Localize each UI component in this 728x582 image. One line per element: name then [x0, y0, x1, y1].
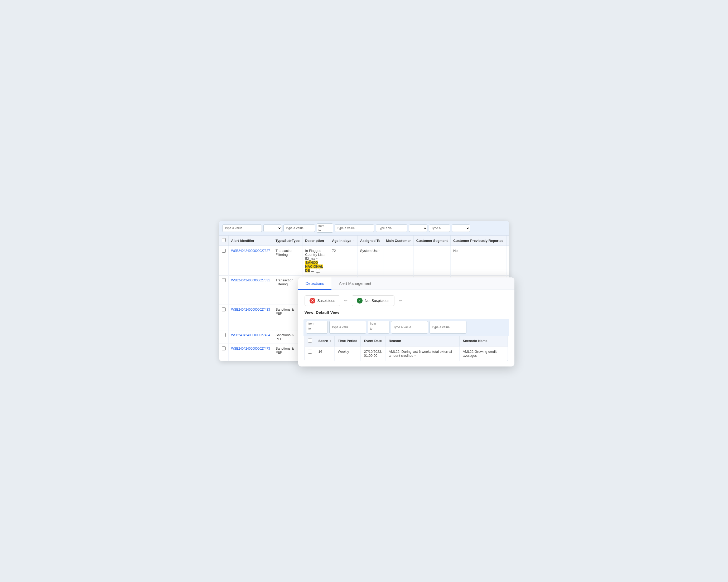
filter-select-2[interactable]	[409, 224, 427, 232]
view-label: View: Default View	[305, 310, 508, 314]
col-reported-header: Customer Previously Reported	[450, 235, 506, 246]
main-filter-row	[219, 221, 509, 235]
row-2-checkbox[interactable]	[222, 278, 226, 282]
det-filter-input-3[interactable]	[430, 321, 466, 334]
suspicious-x-icon: ✕	[310, 298, 315, 304]
det-row-1-reason: AML22: During last 6 weeks total externa…	[386, 346, 460, 361]
alert-id-link[interactable]: WSB240424000000027434	[231, 333, 270, 337]
row-1-assigned: System User	[357, 246, 383, 275]
page-wrapper: Alert Identifier Type/Sub-Type Descripti…	[219, 221, 509, 361]
alert-id-link[interactable]: WSB240424000000027433	[231, 308, 270, 311]
det-header-row: Score ↑ Time Period Event Date Reason Sc…	[305, 336, 508, 346]
det-row-1-time-period: Weekly	[335, 346, 361, 361]
row-5-checkbox[interactable]	[222, 347, 226, 351]
detections-table-wrapper: Score ↑ Time Period Event Date Reason Sc…	[305, 336, 508, 361]
row-checkbox-cell	[219, 343, 229, 361]
col-checkbox-header	[219, 235, 229, 246]
det-filter-input-1[interactable]	[329, 321, 366, 334]
suspicious-button[interactable]: ✕ Suspicious	[305, 295, 340, 306]
edit-suspicious-icon[interactable]: ✏	[343, 298, 348, 304]
det-filter-from-to-1	[306, 321, 328, 334]
col-age-header: Age in days ↑	[329, 235, 358, 246]
table-header-row: Alert Identifier Type/Sub-Type Descripti…	[219, 235, 509, 246]
det-filter-from-to-2	[368, 321, 389, 334]
not-suspicious-button[interactable]: ✓ Not Suspicious	[352, 295, 394, 306]
row-1-reported: No	[450, 246, 506, 275]
det-col-reason: Reason	[386, 336, 460, 346]
filter-select-1[interactable]	[263, 224, 282, 232]
filter-input-1[interactable]	[222, 224, 262, 232]
col-assigned-header: Assigned To	[357, 235, 383, 246]
det-to-input-2[interactable]	[368, 326, 389, 331]
row-checkbox-cell	[219, 246, 229, 275]
row-4-checkbox[interactable]	[222, 333, 226, 337]
row-1-segment	[413, 246, 450, 275]
row-checkbox-cell	[219, 305, 229, 330]
det-col-time-period: Time Period	[335, 336, 361, 346]
filter-from-input[interactable]	[317, 224, 333, 228]
filter-input-2[interactable]	[283, 224, 315, 232]
det-row-1-scenario-name: AML22 Growing credit averages	[459, 346, 508, 361]
filter-from-to-1	[317, 223, 333, 233]
row-4-type: Sanctions &PEP	[272, 330, 302, 343]
det-from-input-2[interactable]	[368, 321, 389, 326]
row-4-alert-id: WSB240424000000027434	[228, 330, 272, 343]
highlight-text: BANCO NACIONAL DE	[305, 260, 323, 272]
row-1-checkbox[interactable]	[222, 249, 226, 253]
select-all-checkbox[interactable]	[222, 238, 226, 242]
not-suspicious-check-icon: ✓	[357, 298, 363, 304]
filter-input-5[interactable]	[429, 224, 450, 232]
row-1-case	[506, 246, 509, 275]
age-sort-icon[interactable]: ↑	[353, 240, 355, 242]
row-checkbox-cell	[219, 330, 229, 343]
row-1-customer	[383, 246, 413, 275]
comment-icon[interactable]	[316, 269, 320, 273]
row-checkbox-cell	[219, 275, 229, 305]
tab-alert-management[interactable]: Alert Management	[332, 277, 379, 290]
row-2-alert-id: WSB240424000000027331	[228, 275, 272, 305]
det-col-event-date: Event Date	[361, 336, 386, 346]
det-row-1-event-date: 27/10/2023,01:00:00	[361, 346, 386, 361]
alert-id-link[interactable]: WSB240424000000027331	[231, 278, 270, 282]
det-filter-input-2[interactable]	[391, 321, 428, 334]
col-alert-id-header: Alert Identifier	[228, 235, 272, 246]
filter-select-3[interactable]	[452, 224, 470, 232]
row-1-type: TransactionFiltering	[272, 246, 302, 275]
filter-input-3[interactable]	[335, 224, 374, 232]
col-segment-header: Customer Segment	[413, 235, 450, 246]
det-row-1-checkbox[interactable]	[308, 350, 312, 354]
det-row-1-score: 16	[315, 346, 335, 361]
det-select-all[interactable]	[308, 338, 312, 342]
not-suspicious-label: Not Suspicious	[365, 299, 389, 303]
view-prefix: View:	[305, 310, 315, 314]
detections-body: ✕ Suspicious ✏ ✓ Not Suspicious ✏ View: …	[298, 290, 514, 366]
detections-tabs: Detections Alert Management	[298, 277, 514, 290]
row-3-type: Sanctions &PEP	[272, 305, 302, 330]
row-1-description: In Flagged Country List : 52_na = BANCO …	[303, 246, 329, 275]
row-1-age: 72	[329, 246, 358, 275]
row-5-type: Sanctions &PEP	[272, 343, 302, 361]
col-case-header: Case Name	[506, 235, 509, 246]
row-2-type: TransactionFiltering	[272, 275, 302, 305]
alert-id-link[interactable]: WSB240424000000027473	[231, 347, 270, 351]
det-to-input-1[interactable]	[306, 326, 328, 331]
col-description-header: Description	[303, 235, 329, 246]
row-1-alert-id: WSB240424000000027327	[228, 246, 272, 275]
tab-detections[interactable]: Detections	[298, 277, 332, 290]
row-3-checkbox[interactable]	[222, 307, 226, 311]
alert-id-link[interactable]: WSB240424000000027327	[231, 249, 270, 253]
table-row: WSB240424000000027327 TransactionFilteri…	[219, 246, 509, 275]
filter-input-4[interactable]	[376, 224, 407, 232]
score-sort-icon[interactable]: ↑	[330, 340, 331, 342]
detection-actions: ✕ Suspicious ✏ ✓ Not Suspicious ✏	[305, 295, 508, 306]
edit-not-suspicious-icon[interactable]: ✏	[398, 298, 403, 304]
ellipsis: ...	[311, 269, 314, 272]
detections-table: Score ↑ Time Period Event Date Reason Sc…	[305, 336, 508, 361]
view-name: Default View	[316, 310, 339, 314]
det-col-score: Score ↑	[315, 336, 335, 346]
col-type-header: Type/Sub-Type	[272, 235, 302, 246]
det-row-checkbox	[305, 346, 315, 361]
filter-to-input[interactable]	[317, 228, 333, 232]
det-from-input-1[interactable]	[306, 321, 328, 326]
suspicious-label: Suspicious	[317, 299, 335, 303]
